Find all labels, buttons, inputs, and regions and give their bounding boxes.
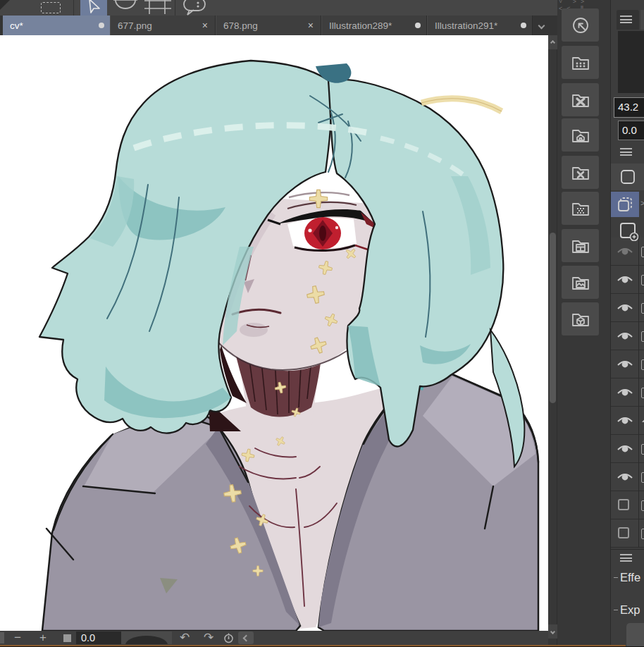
tab-cv[interactable]: cv*	[3, 16, 110, 35]
tab-677[interactable]: 677.png ×	[110, 16, 216, 35]
navigator-preview[interactable]	[618, 31, 644, 93]
brush-palette-button[interactable]	[562, 83, 599, 116]
layer-visibility-eye-icon[interactable]	[617, 415, 633, 426]
row-divider	[638, 266, 639, 294]
swatches-palette-button[interactable]	[562, 46, 599, 79]
layer-row[interactable]	[611, 463, 644, 491]
vscrollbar-thumb[interactable]	[550, 233, 556, 403]
layer-row[interactable]	[611, 519, 644, 548]
unsaved-dot-icon	[415, 23, 421, 28]
rotation-value-field[interactable]: 0.0	[76, 631, 121, 644]
cursor-arrow-icon	[85, 0, 103, 16]
square-plus-icon	[617, 220, 638, 241]
object-select-tool-button[interactable]	[80, 0, 107, 16]
frame-grid-icon	[142, 0, 173, 16]
layer-checkbox[interactable]	[618, 499, 629, 510]
clipped-corner-button	[0, 632, 4, 643]
effect-label-text: Effe	[620, 571, 640, 584]
close-icon[interactable]: ×	[201, 20, 209, 31]
layer-visibility-eye-icon[interactable]	[617, 246, 633, 257]
canvas-artwork	[0, 35, 548, 631]
layer-row[interactable]	[611, 266, 644, 294]
layout-palette-button[interactable]	[562, 229, 599, 262]
marquee-tool-icon[interactable]	[41, 0, 61, 16]
row-divider	[638, 435, 639, 463]
navigator-palette-button[interactable]	[562, 8, 599, 42]
undo-button[interactable]: ↶	[176, 631, 193, 645]
new-layer-button[interactable]	[611, 217, 644, 244]
clipped-tool-icon[interactable]	[0, 0, 10, 10]
layer-visibility-eye-icon[interactable]	[617, 472, 633, 483]
tab-illustration291[interactable]: Illustration291*	[427, 16, 533, 35]
panel-menu-icon[interactable]	[620, 16, 632, 23]
home-palette-button[interactable]	[562, 118, 599, 152]
tab-label: Illustration291*	[435, 20, 516, 31]
chevron-right-icon[interactable]: >	[640, 199, 644, 207]
layer-panel-menu-icon[interactable]	[620, 148, 632, 156]
layer-visibility-eye-icon[interactable]	[617, 274, 633, 285]
redo-button[interactable]: ↷	[200, 631, 217, 645]
layer-row[interactable]	[611, 407, 644, 435]
rotation-slider[interactable]	[121, 631, 172, 644]
tab-overflow-button[interactable]	[533, 16, 550, 35]
document-tab-bar: cv* 677.png × 678.png × Illustration289*…	[0, 16, 557, 35]
canvas-bottom-bar: − + 0.0 ↶ ↷	[0, 631, 548, 645]
fit-button[interactable]	[61, 631, 73, 645]
balloon-tool-button[interactable]	[182, 0, 209, 16]
reset-rotation-button[interactable]	[221, 631, 235, 645]
row-divider	[638, 378, 639, 407]
chevron-left-icon	[242, 634, 249, 641]
overlap-squares-icon	[616, 195, 634, 214]
section-divider	[611, 549, 644, 550]
layer-visibility-eye-icon[interactable]	[617, 331, 633, 342]
zoom-out-button[interactable]: −	[10, 631, 25, 645]
scroll-up-button[interactable]	[548, 35, 557, 49]
layer-thumb-fragment	[641, 275, 644, 285]
speech-balloon-icon	[182, 0, 209, 16]
layer-visibility-eye-icon[interactable]	[617, 387, 633, 398]
folder-layout-icon	[569, 234, 593, 258]
property-panel-menu-icon[interactable]	[620, 554, 632, 562]
navigator-rotation-field[interactable]: 0.0	[618, 121, 644, 140]
marquee-rect	[41, 2, 61, 13]
layer-row[interactable]	[611, 294, 644, 322]
clip-to-layer-button[interactable]	[611, 192, 639, 217]
frame-tool-button[interactable]	[142, 0, 173, 16]
row-divider	[638, 519, 639, 548]
curve-bowl-icon	[111, 0, 140, 16]
canvas-vscrollbar[interactable]	[548, 35, 557, 645]
collapse-bar-button[interactable]	[238, 631, 254, 644]
right-panel: 43.2 0.0 >	[610, 0, 644, 647]
stop-square-icon	[63, 634, 71, 642]
canvas-viewport[interactable]	[0, 35, 548, 631]
layer-row[interactable]	[611, 378, 644, 407]
layer-checkbox[interactable]	[618, 527, 629, 538]
tab-678[interactable]: 678.png ×	[216, 16, 321, 35]
effect-section-label: Effe	[614, 571, 640, 584]
curve-tool-button[interactable]	[111, 0, 140, 16]
close-folder-palette-button[interactable]	[562, 156, 599, 189]
zoom-in-button[interactable]: +	[35, 631, 51, 645]
layer-visibility-eye-icon[interactable]	[617, 302, 633, 314]
layer-row[interactable]	[611, 435, 644, 463]
layer-row[interactable]	[611, 491, 644, 519]
tab-illustration289[interactable]: Illustration289*	[321, 16, 427, 35]
layer-visibility-eye-icon[interactable]	[617, 359, 633, 370]
layer-list	[611, 238, 644, 548]
layer-thumb-fragment	[641, 472, 644, 483]
layer-visibility-eye-icon[interactable]	[617, 443, 633, 455]
navigator-zoom-field[interactable]: 43.2	[614, 97, 644, 118]
unsaved-dot-icon	[521, 23, 526, 28]
layer-row[interactable]	[611, 322, 644, 350]
paint-app-window: cv* 677.png × 678.png × Illustration289*…	[0, 0, 644, 647]
scroll-down-button[interactable]	[548, 624, 557, 639]
layer-row[interactable]	[611, 350, 644, 378]
image-material-palette-button[interactable]	[562, 266, 599, 299]
3d-material-palette-button[interactable]	[562, 302, 599, 335]
row-divider	[638, 322, 639, 350]
tone-palette-button[interactable]	[562, 192, 599, 225]
blend-mode-button[interactable]	[611, 164, 644, 190]
expression-dropdown-button[interactable]	[626, 623, 644, 647]
row-divider	[638, 350, 639, 378]
close-icon[interactable]: ×	[306, 20, 315, 31]
